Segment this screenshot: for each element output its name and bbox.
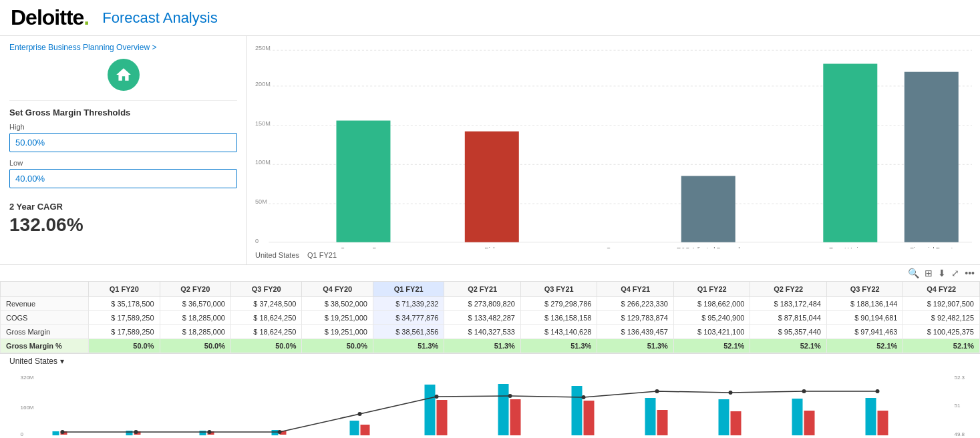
cell-cogs-q4fy22: $ 92,482,125 <box>903 311 980 325</box>
cell-gm-q3fy22: $ 97,941,463 <box>826 325 903 339</box>
cell-gmpct-q2fy21: 51.3% <box>444 339 521 353</box>
low-threshold-input[interactable] <box>9 169 237 188</box>
cell-gm-q1fy20: $ 17,589,250 <box>89 325 160 339</box>
table-row-gross-margin-pct: Gross Margin % 50.0% 50.0% 50.0% 50.0% 5… <box>1 339 980 353</box>
cell-gm-q3fy21: $ 143,140,628 <box>520 325 597 339</box>
search-button[interactable]: 🔍 <box>908 268 919 278</box>
cell-revenue-q2fy22: $ 183,172,484 <box>750 297 827 311</box>
logo: Deloitte. <box>11 5 89 30</box>
cell-revenue-q2fy21: $ 273,809,820 <box>444 297 521 311</box>
threshold-title: Set Gross Margin Thresholds <box>9 107 237 118</box>
cell-cogs-q2fy20: $ 18,285,000 <box>160 311 230 325</box>
svg-text:50M: 50M <box>255 198 267 205</box>
cell-gm-q1fy21: $ 38,561,356 <box>373 325 444 339</box>
bottom-chart-section: 320M 160M 0 52.3 51 49.8 Q1 FY20 Q2 FY20… <box>0 369 980 438</box>
col-header-q3fy22: Q3 FY22 <box>826 282 903 297</box>
home-icon-container <box>9 59 237 91</box>
cell-gmpct-q1fy20: 50.0% <box>89 339 160 353</box>
cell-cogs-q3fy22: $ 90,194,681 <box>826 311 903 325</box>
financial-table: Q1 FY20 Q2 FY20 Q3 FY20 Q4 FY20 Q1 FY21 … <box>0 281 980 353</box>
dot-q1fy21 <box>358 412 362 416</box>
dot-q4fy22 <box>876 389 880 393</box>
cell-gm-q2fy20: $ 18,285,000 <box>160 325 230 339</box>
table-toolbar: 🔍 ⊞ ⬇ ⤢ ••• <box>0 265 980 281</box>
col-header-q1fy21: Q1 FY21 <box>373 282 444 297</box>
svg-text:320M: 320M <box>21 375 34 381</box>
svg-rect-38 <box>126 431 133 435</box>
expand-button[interactable]: ⤢ <box>951 268 959 278</box>
cell-gmpct-q1fy21: 51.3% <box>373 339 444 353</box>
svg-text:Risks: Risks <box>484 246 500 248</box>
svg-text:49.8: 49.8 <box>955 431 965 437</box>
col-header-q4fy22: Q4 FY22 <box>903 282 980 297</box>
cagr-value: 132.06% <box>9 214 237 236</box>
cell-cogs-q1fy21: $ 34,777,876 <box>373 311 444 325</box>
download-button[interactable]: ⬇ <box>938 268 946 278</box>
svg-rect-50 <box>572 386 583 435</box>
bar-ro-demand <box>681 176 736 242</box>
cell-gm-q2fy21: $ 140,327,533 <box>444 325 521 339</box>
col-header-empty <box>1 282 89 297</box>
logo-text: Deloitte. <box>11 5 89 29</box>
cell-gmpct-q2fy20: 50.0% <box>160 339 230 353</box>
cell-gmpct-q1fy22: 52.1% <box>673 339 750 353</box>
col-header-q2fy20: Q2 FY20 <box>160 282 230 297</box>
bar-consensus-base <box>336 121 390 242</box>
col-header-q2fy22: Q2 FY22 <box>750 282 827 297</box>
cell-revenue-q4fy21: $ 266,223,330 <box>597 297 674 311</box>
svg-text:Target Variance: Target Variance <box>829 246 871 248</box>
col-header-q4fy20: Q4 FY20 <box>302 282 373 297</box>
cell-cogs-q3fy20: $ 18,624,250 <box>230 311 301 325</box>
cell-gmpct-q2fy22: 52.1% <box>750 339 827 353</box>
country-dropdown[interactable]: United States ▾ <box>9 357 64 366</box>
gm-pct-line <box>63 391 878 432</box>
dot-q4fy21 <box>582 395 586 399</box>
svg-rect-54 <box>719 399 729 435</box>
country-section: United States ▾ <box>0 353 980 369</box>
cell-cogs-q4fy21: $ 129,783,874 <box>597 311 674 325</box>
svg-text:150M: 150M <box>255 120 271 127</box>
svg-text:Financial Target: Financial Target <box>910 246 953 248</box>
cell-revenue-q3fy20: $ 37,248,500 <box>230 297 301 311</box>
svg-text:250M: 250M <box>255 45 271 51</box>
bar-financial-target <box>905 72 959 242</box>
breadcrumb[interactable]: Enterprise Business Planning Overview > <box>9 43 237 52</box>
col-header-q4fy21: Q4 FY21 <box>597 282 674 297</box>
more-button[interactable]: ••• <box>965 268 975 278</box>
bottom-chart-svg: 320M 160M 0 52.3 51 49.8 Q1 FY20 Q2 FY20… <box>9 373 971 438</box>
high-label: High <box>9 123 237 131</box>
svg-text:160M: 160M <box>21 405 34 411</box>
country-label: United States <box>9 357 57 366</box>
cell-revenue-q4fy20: $ 38,502,000 <box>302 297 373 311</box>
filter-button[interactable]: ⊞ <box>925 268 933 278</box>
dot-q1fy20 <box>61 430 65 434</box>
label-cogs: COGS <box>1 311 89 325</box>
data-table-section: 🔍 ⊞ ⬇ ⤢ ••• Q1 FY20 Q2 FY20 Q3 FY20 Q4 F… <box>0 264 980 353</box>
chart-period: Q1 FY21 <box>307 251 337 259</box>
svg-rect-57 <box>804 411 815 435</box>
cell-gm-q3fy20: $ 18,624,250 <box>230 325 301 339</box>
dot-q4fy20 <box>278 430 282 434</box>
home-button[interactable] <box>108 59 140 91</box>
svg-rect-47 <box>437 400 448 435</box>
cell-revenue-q4fy22: $ 192,907,500 <box>903 297 980 311</box>
svg-rect-44 <box>350 421 359 435</box>
cell-gm-q2fy22: $ 95,357,440 <box>750 325 827 339</box>
table-row-revenue: Revenue $ 35,178,500 $ 36,570,000 $ 37,2… <box>1 297 980 311</box>
cell-gm-q1fy22: $ 103,421,100 <box>673 325 750 339</box>
high-threshold-input[interactable] <box>9 133 237 152</box>
main-content: Enterprise Business Planning Overview > … <box>0 36 980 264</box>
cell-gmpct-q3fy21: 51.3% <box>520 339 597 353</box>
app-title: Forecast Analysis <box>102 9 217 27</box>
cell-gmpct-q3fy22: 52.1% <box>826 339 903 353</box>
dot-q2fy22 <box>729 391 733 395</box>
svg-text:0: 0 <box>21 431 24 437</box>
svg-rect-48 <box>498 384 509 435</box>
app-header: Deloitte. Forecast Analysis <box>0 0 980 36</box>
waterfall-chart: 0 50M 100M 150M 200M 250M Consensus Base <box>255 41 972 248</box>
table-row-gross-margin: Gross Margin $ 17,589,250 $ 18,285,000 $… <box>1 325 980 339</box>
dot-q3fy20 <box>208 430 212 434</box>
chart-region: United States <box>255 251 299 259</box>
low-label: Low <box>9 159 237 167</box>
svg-text:0: 0 <box>255 238 259 244</box>
